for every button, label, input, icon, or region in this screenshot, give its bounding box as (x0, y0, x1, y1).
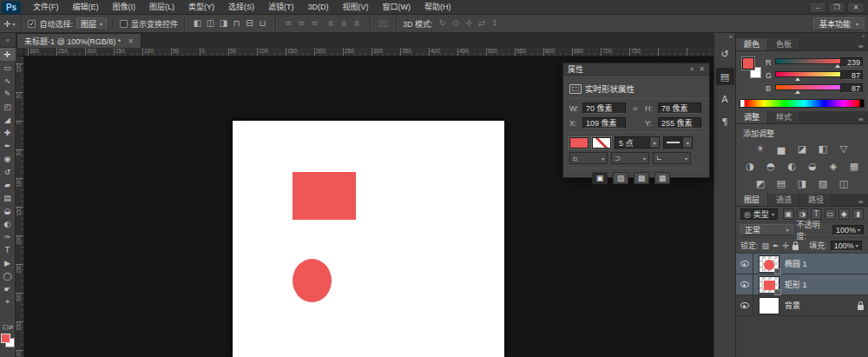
layer-visibility-eye-icon[interactable] (740, 281, 749, 288)
color-lookup-icon[interactable]: ▦ (848, 160, 861, 172)
shape-exclude-icon[interactable]: ▦ (654, 172, 670, 184)
photo-filter-icon[interactable]: ◒ (806, 160, 819, 172)
type-tool[interactable]: T (0, 243, 16, 256)
default-colors-icon[interactable]: ◱⇄ (0, 325, 16, 331)
eraser-tool[interactable]: ▰ (0, 178, 16, 191)
toolbar-collapse-icon[interactable]: « (0, 33, 16, 48)
height-field[interactable]: 78 像素 (658, 102, 701, 114)
dodge-tool[interactable]: ◐ (0, 217, 16, 230)
slider-thumb[interactable] (795, 90, 800, 94)
distribute-right-edges-icon[interactable]: ≡ (351, 16, 364, 31)
channel-slider[interactable] (775, 84, 841, 90)
filter-smart-objects-icon[interactable]: ◆ (838, 208, 850, 220)
eyedropper-tool[interactable]: ◢ (0, 113, 16, 126)
selective-color-icon[interactable]: ◫ (838, 177, 851, 189)
align-left-edges-icon[interactable]: ◧ (191, 16, 204, 31)
layer-visibility-eye-icon[interactable] (740, 261, 749, 267)
minimize-button[interactable]: – (809, 2, 826, 13)
rectangular-marquee-tool[interactable]: ▭ (0, 61, 16, 74)
color-balance-icon[interactable]: ◓ (765, 160, 778, 172)
history-panel-icon[interactable]: ↺ (716, 45, 734, 63)
menu-item[interactable]: 选择(S) (221, 0, 261, 15)
menu-item[interactable]: 视图(V) (336, 0, 376, 15)
foreground-color-swatch[interactable] (742, 57, 754, 69)
collapse-panel-icon[interactable]: « (689, 65, 694, 73)
3d-slide-icon[interactable]: ⇄ (475, 16, 488, 31)
shape-intersect-icon[interactable]: ▩ (634, 172, 649, 184)
stroke-cap-icon[interactable]: ⊃ ▾ (611, 152, 649, 164)
gradient-map-icon[interactable]: ▨ (817, 177, 830, 189)
panel-menu-icon[interactable]: ≡ (858, 116, 868, 123)
align-right-edges-icon[interactable]: ◨ (217, 16, 230, 31)
stroke-color-swatch[interactable] (592, 137, 611, 149)
layer-visibility-eye-icon[interactable] (740, 302, 749, 308)
invert-icon[interactable]: ◩ (754, 177, 767, 189)
menu-item[interactable]: 滤镜(T) (261, 0, 301, 15)
document-tab[interactable]: 未标题-1 @ 100%(RGB/8) * ✕ (16, 33, 141, 48)
panel-menu-icon[interactable]: ≡ (858, 43, 868, 50)
brightness-contrast-icon[interactable]: ☀ (754, 142, 767, 155)
stroke-width-combo[interactable]: 5 点 ▾ (615, 136, 660, 149)
channel-mixer-icon[interactable]: ◈ (827, 160, 840, 172)
align-horizontal-centers-icon[interactable]: ◫ (204, 16, 217, 31)
3d-scale-icon[interactable]: ↕ (488, 16, 501, 31)
posterize-icon[interactable]: ▤ (775, 177, 788, 189)
fill-field[interactable]: 100% ▾ (831, 241, 862, 251)
curves-icon[interactable]: ◪ (796, 142, 809, 155)
color-spectrum-ramp[interactable] (740, 99, 865, 108)
document-close-icon[interactable]: ✕ (128, 37, 134, 45)
foreground-color-swatch[interactable] (1, 334, 10, 343)
opacity-field[interactable]: 100% ▾ (832, 225, 864, 235)
align-bottom-edges-icon[interactable]: ⊔ (256, 16, 269, 31)
tab-styles[interactable]: 样式 (768, 111, 800, 123)
tab-layers[interactable]: 图层 (736, 194, 768, 206)
move-tool[interactable]: ✛ (0, 48, 16, 61)
menu-item[interactable]: 窗口(W) (376, 0, 418, 15)
lasso-tool[interactable]: ∿ (0, 74, 16, 87)
character-panel-icon[interactable]: A (716, 90, 734, 108)
lock-all-icon[interactable] (792, 245, 799, 250)
black-white-icon[interactable]: ◐ (786, 160, 799, 172)
tab-swatches[interactable]: 色板 (768, 38, 800, 50)
y-field[interactable]: 255 像素 (658, 117, 701, 129)
quick-selection-tool[interactable]: ✎ (0, 87, 16, 100)
shape-subtract-icon[interactable]: ▨ (613, 172, 628, 184)
tab-paths[interactable]: 路径 (800, 194, 832, 206)
ellipse-tool[interactable]: ◯ (0, 269, 16, 282)
menu-item[interactable]: 文件(F) (26, 0, 66, 15)
canvas[interactable] (233, 121, 504, 357)
blend-mode-dropdown[interactable]: 正常 ▾ (740, 224, 793, 235)
layer-name[interactable]: 椭圆 1 (785, 258, 807, 269)
layer-row[interactable]: 背景 (736, 295, 868, 316)
path-selection-tool[interactable]: ▶ (0, 256, 16, 269)
tab-adjustments[interactable]: 调整 (736, 111, 768, 123)
gradient-tool[interactable]: ▤ (0, 191, 16, 204)
current-tool-icon[interactable]: ✛ ▾ (3, 19, 15, 29)
layer-name[interactable]: 矩形 1 (785, 279, 807, 290)
layer-thumbnail[interactable] (759, 276, 779, 294)
vibrance-icon[interactable]: ▽ (838, 142, 851, 155)
distribute-bottom-edges-icon[interactable]: ≡ (308, 16, 321, 31)
zoom-tool[interactable]: ⌖ (0, 295, 16, 308)
history-brush-tool[interactable]: ↺ (0, 165, 16, 178)
align-top-edges-icon[interactable]: ⊓ (230, 16, 243, 31)
restore-button[interactable]: ❐ (828, 2, 845, 13)
hue-saturation-icon[interactable]: ◑ (744, 160, 757, 172)
pen-tool[interactable]: ✑ (0, 230, 16, 243)
blur-tool[interactable]: ◒ (0, 204, 16, 217)
stroke-corner-icon[interactable]: ∟ ▾ (653, 152, 691, 164)
menu-item[interactable]: 帮助(H) (418, 0, 458, 15)
spot-healing-brush-tool[interactable]: ✚ (0, 126, 16, 139)
slider-thumb[interactable] (835, 64, 840, 68)
channel-slider[interactable] (775, 58, 841, 64)
menu-item[interactable]: 类型(Y) (181, 0, 221, 15)
channel-slider[interactable] (775, 71, 841, 77)
align-vertical-centers-icon[interactable]: ⊟ (243, 16, 256, 31)
chevron-down-icon[interactable]: ▾ (682, 137, 692, 148)
menu-item[interactable]: 编辑(E) (66, 0, 106, 15)
ellipse-shape[interactable] (293, 259, 332, 302)
layer-row[interactable]: 矩形 1 (736, 274, 868, 295)
shape-combine-icon[interactable]: ▣ (592, 172, 608, 184)
properties-panel-header[interactable]: 属性 « ✕ (563, 63, 709, 76)
auto-select-checkbox[interactable]: ✓ (28, 20, 36, 28)
